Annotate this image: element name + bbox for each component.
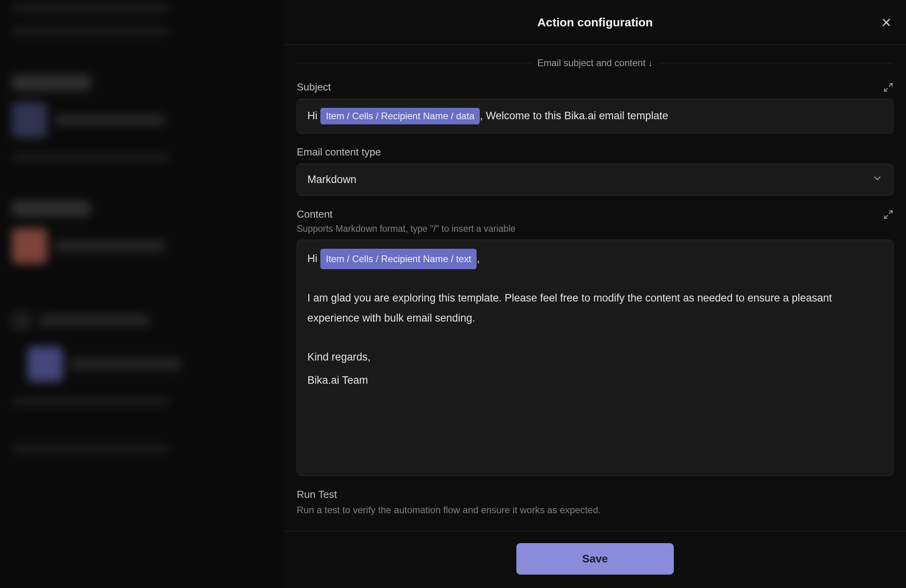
subject-prefix-text: Hi	[307, 110, 320, 122]
expand-subject-button[interactable]	[883, 82, 893, 92]
subject-label: Subject	[297, 81, 331, 93]
panel-title: Action configuration	[537, 16, 653, 29]
runtest-title: Run Test	[297, 488, 893, 501]
content-variable-chip[interactable]: Item / Cells / Recipient Name / text	[320, 249, 477, 269]
content-type-label: Email content type	[297, 146, 381, 158]
content-hint: Supports Markdown format, type "/" to in…	[297, 224, 893, 234]
subject-suffix-text: , Welcome to this Bika.ai email template	[480, 110, 668, 122]
content-type-select[interactable]: Markdown	[297, 164, 893, 196]
svg-line-2	[889, 83, 892, 87]
content-greeting-suffix: ,	[477, 253, 480, 264]
close-icon	[880, 17, 892, 28]
svg-line-5	[884, 215, 888, 218]
content-type-field-group: Email content type Markdown	[297, 146, 893, 196]
background-blurred-content	[0, 0, 283, 588]
runtest-description: Run a test to verify the automation flow…	[297, 505, 893, 516]
divider-label: Email subject and content ↓	[537, 57, 653, 68]
close-button[interactable]	[878, 15, 894, 30]
section-divider: Email subject and content ↓	[297, 57, 893, 68]
expand-icon	[883, 82, 893, 92]
content-type-value: Markdown	[307, 174, 357, 186]
action-configuration-panel: Action configuration Email subject and c…	[284, 0, 906, 588]
chevron-down-icon	[872, 173, 883, 187]
subject-input[interactable]: Hi Item / Cells / Recipient Name / data,…	[297, 99, 893, 133]
subject-variable-chip[interactable]: Item / Cells / Recipient Name / data	[320, 108, 480, 124]
panel-footer: Save	[284, 531, 906, 588]
content-label: Content	[297, 208, 333, 220]
content-signature-1: Kind regards,	[307, 347, 883, 367]
runtest-section: Run Test Run a test to verify the automa…	[297, 488, 893, 516]
svg-line-4	[889, 211, 892, 214]
content-greeting-prefix: Hi	[307, 253, 320, 264]
panel-header: Action configuration	[284, 0, 906, 45]
subject-field-group: Subject Hi Item / Cells / Recipient Name…	[297, 81, 893, 133]
expand-content-button[interactable]	[883, 209, 893, 220]
content-input[interactable]: Hi Item / Cells / Recipient Name / text,…	[297, 240, 893, 476]
svg-line-3	[884, 88, 888, 91]
content-signature-2: Bika.ai Team	[307, 370, 883, 390]
expand-icon	[883, 209, 893, 220]
content-field-group: Content Supports Markdown format, type "…	[297, 208, 893, 476]
content-body: I am glad you are exploring this templat…	[307, 288, 883, 329]
panel-body: Email subject and content ↓ Subject Hi I…	[284, 45, 906, 531]
save-button[interactable]: Save	[516, 543, 674, 575]
